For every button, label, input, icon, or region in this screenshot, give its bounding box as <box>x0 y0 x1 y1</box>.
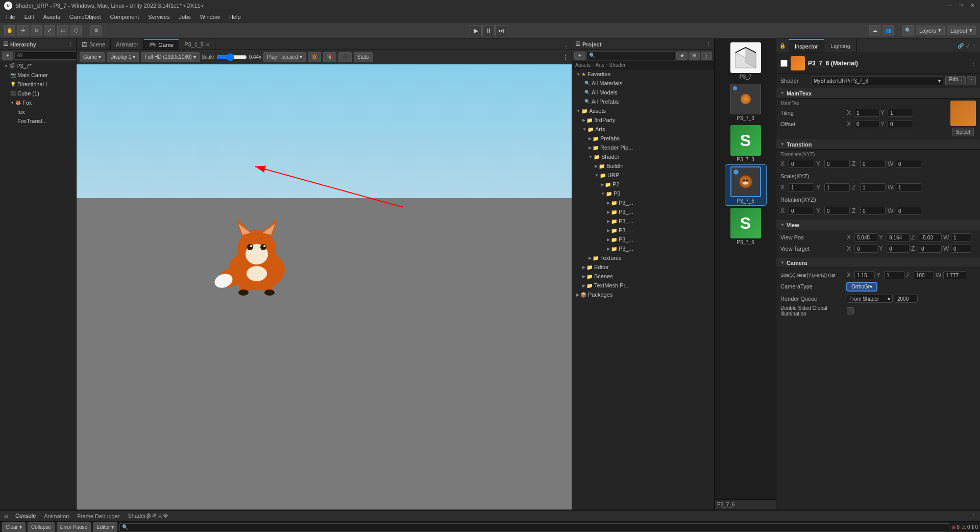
hierarchy-search-input[interactable] <box>14 52 84 60</box>
toolbar-transform-tool[interactable]: ⬡ <box>70 25 82 36</box>
menu-window[interactable]: Window <box>196 13 224 21</box>
material-more-icon[interactable]: ⋮ <box>971 61 976 66</box>
game-resolution-dropdown[interactable]: Full HD (1920x1080) ▾ <box>141 52 199 62</box>
viewpos-z-input[interactable] <box>919 233 942 241</box>
project-view-button[interactable]: ⊞ <box>689 52 700 60</box>
p3-1-5-close-icon[interactable]: ✕ <box>206 42 210 47</box>
shader-urp[interactable]: ▼ 📁 URP <box>572 171 714 180</box>
viewpos-x-input[interactable] <box>854 233 877 241</box>
transtion-section-header[interactable]: ▼ Transtion <box>776 139 980 150</box>
inspector-lock-icon[interactable]: 🔒 <box>776 43 789 49</box>
viewpos-y-input[interactable] <box>887 233 910 241</box>
assets-textmesh[interactable]: ▶ 📁 TextMesh Pr... <box>572 281 714 290</box>
hierarchy-item-fox-child[interactable]: fox <box>0 107 76 116</box>
viewtarget-z-input[interactable] <box>919 245 942 253</box>
game-display-dropdown[interactable]: Game ▾ <box>80 52 105 62</box>
hierarchy-item-p3_7[interactable]: ▼ 🎬 P3_7* <box>0 61 76 70</box>
game-play-focused-btn[interactable]: Play Focused ▾ <box>263 52 306 62</box>
menu-file[interactable]: File <box>2 13 19 21</box>
trans-y-input[interactable] <box>824 160 850 168</box>
collapse-button[interactable]: Collapse <box>28 522 55 533</box>
shader-dropdown[interactable]: MyShader/URP/P3_7_6 ▾ <box>811 76 943 85</box>
frame-debugger-tab[interactable]: Frame Debugger <box>75 512 121 520</box>
game-vfx-btn[interactable]: 🔆 <box>308 52 321 62</box>
scale-w-input[interactable] <box>896 183 921 191</box>
camera-section-header[interactable]: ▼ Camera <box>776 258 980 268</box>
hierarchy-item-fox-trans[interactable]: FoxTransl... <box>0 116 76 126</box>
arts-render-pip[interactable]: ▶ 📁 Render Pip... <box>572 143 714 152</box>
viewtarget-y-input[interactable] <box>887 245 910 253</box>
shader-buildin[interactable]: ▶ 📁 BuildIn <box>572 161 714 171</box>
layers-dropdown[interactable]: Layers ▾ <box>916 26 945 35</box>
render-queue-value-input[interactable] <box>895 295 918 303</box>
console-search-input[interactable] <box>119 523 949 531</box>
console-tab[interactable]: Console <box>13 512 38 520</box>
project-more-button[interactable]: ⋮ <box>701 52 712 60</box>
minimize-button[interactable]: — <box>946 2 953 9</box>
camera-size-z-input[interactable] <box>914 271 934 279</box>
rot-w-input[interactable] <box>896 207 921 215</box>
asset-item-p3_7_3_2[interactable]: S P3_7_3 <box>725 124 766 164</box>
asset-item-p3_7[interactable]: P3_7 <box>725 41 766 81</box>
all-prefabs-item[interactable]: 🔍 All Prefabs <box>572 97 714 106</box>
close-button[interactable]: ✕ <box>969 2 976 9</box>
inspector-tab[interactable]: Inspector <box>789 39 824 53</box>
rot-y-input[interactable] <box>824 207 850 215</box>
toolbar-rotate-tool[interactable]: ↻ <box>31 25 42 36</box>
asset-item-p3_7_6_1[interactable]: P3_7_6 <box>725 165 766 205</box>
p3-item-4[interactable]: ▶ 📁 P3_... <box>572 226 714 235</box>
render-queue-dropdown[interactable]: From Shader ▾ <box>847 295 893 303</box>
assets-scenes[interactable]: ▶ 📁 Scenes <box>572 272 714 281</box>
p3-item-6[interactable]: ▶ 📁 P3_... <box>572 244 714 253</box>
urp-p3[interactable]: ▼ 📁 P3 <box>572 189 714 198</box>
tex-select-button[interactable]: Select <box>952 128 974 136</box>
p3-item-2[interactable]: ▶ 📁 P3_... <box>572 207 714 216</box>
inspector-menu-icon[interactable]: ⋮ <box>972 43 977 49</box>
p3-item-1[interactable]: ▶ 📁 P3_... <box>572 198 714 207</box>
rot-x-input[interactable] <box>789 207 814 215</box>
arts-shader[interactable]: ▼ 📁 Shader <box>572 152 714 161</box>
clear-button[interactable]: Clear ▾ <box>2 522 26 533</box>
menu-component[interactable]: Component <box>106 13 143 21</box>
scale-z-input[interactable] <box>860 183 886 191</box>
hierarchy-item-fox[interactable]: ▼ 🦊 Fox <box>0 98 76 107</box>
play-button[interactable]: ▶ <box>470 25 482 36</box>
menu-services[interactable]: Services <box>144 13 174 21</box>
tiling-y-input[interactable] <box>888 109 913 117</box>
view-section-header[interactable]: ▼ View <box>776 220 980 230</box>
step-button[interactable]: ⏭ <box>495 25 507 36</box>
trans-x-input[interactable] <box>789 160 814 168</box>
maximize-button[interactable]: □ <box>958 2 965 9</box>
assets-editor[interactable]: ▶ 📁 Editor <box>572 262 714 272</box>
menu-assets[interactable]: Assets <box>39 13 64 21</box>
menu-jobs[interactable]: Jobs <box>175 13 195 21</box>
arts-textures[interactable]: ▶ 📁 Textures <box>572 253 714 262</box>
project-add-button[interactable]: + <box>574 52 585 60</box>
layout-dropdown[interactable]: Layout ▾ <box>947 26 976 35</box>
animator-tab[interactable]: Animator <box>111 39 144 50</box>
project-menu-icon[interactable]: ⋮ <box>706 41 711 47</box>
game-layout-btn[interactable]: ⬛ <box>338 52 352 62</box>
lighting-tab[interactable]: Lighting <box>824 39 857 53</box>
urp-p2[interactable]: ▶ 📁 P2 <box>572 180 714 189</box>
inspector-expand-icon[interactable]: ⤢ <box>966 43 970 49</box>
shader-ref-tab[interactable]: Shader参考大全 <box>126 511 170 521</box>
animation-tab[interactable]: Animation <box>42 512 71 520</box>
rot-z-input[interactable] <box>860 207 886 215</box>
double-sided-toggle[interactable] <box>847 307 854 315</box>
toolbar-collab[interactable]: 👥 <box>883 25 894 36</box>
camera-type-ortho-button[interactable]: OrthoGr▾ <box>847 282 877 291</box>
scale-x-input[interactable] <box>789 183 814 191</box>
camera-size-y-input[interactable] <box>884 271 904 279</box>
camera-size-w-input[interactable] <box>943 271 966 279</box>
hierarchy-menu-icon[interactable]: ⋮ <box>68 41 73 47</box>
toolbar-move-tool[interactable]: ✛ <box>17 25 29 36</box>
trans-w-input[interactable] <box>896 160 921 168</box>
game-stats-btn[interactable]: Stats <box>354 52 373 62</box>
project-search-input[interactable] <box>586 51 675 60</box>
menu-help[interactable]: Help <box>225 13 245 21</box>
toolbar-hand-tool[interactable]: ✋ <box>4 25 15 36</box>
console-menu-icon[interactable]: ⋮ <box>971 513 976 519</box>
material-enable-checkbox[interactable] <box>780 60 788 67</box>
game-scale-slider[interactable] <box>216 54 247 61</box>
